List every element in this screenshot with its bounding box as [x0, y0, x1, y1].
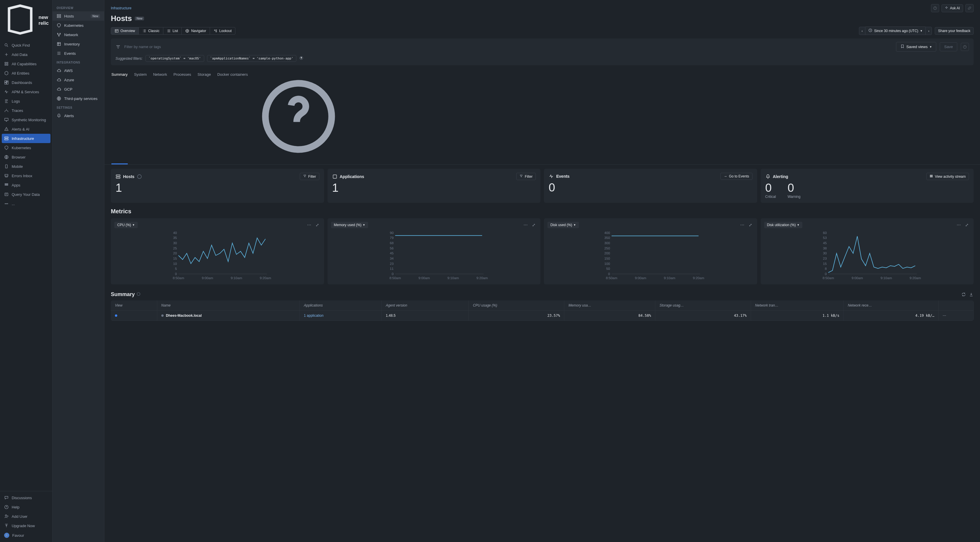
tabs-help-icon[interactable]	[255, 157, 343, 162]
chip-help-icon[interactable]: ?	[299, 56, 303, 61]
expand-icon[interactable]: ⤢	[747, 222, 754, 228]
svg-point-19	[7, 185, 8, 185]
chart-metric-select[interactable]: Memory used (%) ▼	[331, 222, 368, 228]
nav-item-add-user[interactable]: Add User	[0, 512, 52, 521]
filter-button[interactable]: Filter	[516, 173, 536, 180]
view-tab-classic[interactable]: Classic	[139, 27, 163, 34]
column-header[interactable]	[939, 300, 974, 311]
info-icon[interactable]	[137, 174, 142, 179]
column-header[interactable]: CPU usage (%)	[469, 300, 565, 311]
time-prev-button[interactable]: ‹	[859, 27, 865, 35]
subnav-item-hosts[interactable]: HostsNew	[52, 11, 104, 21]
column-header[interactable]: Network rece…	[843, 300, 939, 311]
nav-item-apm-services[interactable]: APM & Services	[0, 87, 52, 97]
column-header[interactable]: Applications	[299, 300, 382, 311]
filter-help-icon[interactable]	[961, 43, 969, 51]
chart-menu-icon[interactable]: ⋯	[956, 222, 962, 228]
filter-button[interactable]: Filter	[300, 173, 320, 180]
chart-menu-icon[interactable]: ⋯	[522, 222, 529, 228]
chart-menu-icon[interactable]: ⋯	[739, 222, 746, 228]
subnav-item-kubernetes[interactable]: Kubernetes	[52, 21, 104, 30]
nav-item-query-your-data[interactable]: Query Your Data	[0, 190, 52, 199]
view-tab-lookout[interactable]: Lookout	[210, 27, 235, 34]
tab-storage[interactable]: Storage	[197, 69, 211, 164]
brand-logo[interactable]: new relic	[0, 0, 52, 41]
nav-item-mobile[interactable]: Mobile	[0, 162, 52, 171]
nav-item-synthetic-monitoring[interactable]: Synthetic Monitoring	[0, 115, 52, 124]
filter-input[interactable]	[124, 44, 892, 49]
nav-item-logs[interactable]: Logs	[0, 97, 52, 106]
time-next-button[interactable]: ›	[926, 27, 932, 35]
subnav-item-events[interactable]: Events	[52, 49, 104, 58]
tab-system[interactable]: System	[134, 69, 147, 164]
info-icon[interactable]	[137, 292, 141, 298]
nav-item-all-capabilities[interactable]: All Capabilities	[0, 59, 52, 68]
save-button[interactable]: Save	[940, 42, 957, 51]
nav-item-all-entities[interactable]: All Entities	[0, 68, 52, 78]
download-icon[interactable]	[969, 292, 974, 297]
nav-item-infrastructure[interactable]: Infrastructure	[2, 134, 51, 143]
subnav-item-gcp[interactable]: GCP	[52, 84, 104, 94]
refresh-icon[interactable]	[961, 292, 966, 297]
expand-icon[interactable]: ⤢	[314, 222, 321, 228]
view-tab-label: Lookout	[220, 29, 232, 33]
help-icon[interactable]	[931, 4, 939, 12]
table-row[interactable]: Dhees-Macbook.local 1 application 1.48.5…	[111, 311, 974, 321]
column-header[interactable]: Agent version	[382, 300, 469, 311]
column-header[interactable]: Storage usag…	[655, 300, 751, 311]
nav-item-apps[interactable]: Apps	[0, 181, 52, 190]
nav-item-dashboards[interactable]: Dashboards	[0, 78, 52, 87]
nav-item-alerts-ai[interactable]: Alerts & AI	[0, 124, 52, 134]
column-header[interactable]: Name	[157, 300, 299, 311]
tab-summary[interactable]: Summary	[111, 69, 128, 164]
tab-processes[interactable]: Processes	[173, 69, 191, 164]
view-activity-button[interactable]: View activity stream	[926, 173, 969, 180]
breadcrumb[interactable]: Infrastructure	[111, 6, 132, 10]
nav-item-discussions[interactable]: Discussions	[0, 493, 52, 502]
column-header[interactable]: Network tran…	[751, 300, 843, 311]
time-picker[interactable]: Since 30 minutes ago (UTC) ▼	[865, 27, 926, 35]
nav-item-browser[interactable]: Browser	[0, 152, 52, 162]
nav-item-favour[interactable]: FFavour	[0, 530, 52, 540]
kpi-title: Events	[556, 174, 570, 179]
svg-rect-10	[5, 137, 8, 138]
svg-point-28	[57, 33, 58, 34]
filter-chip[interactable]: `apmApplicationNames` = 'sample-python-a…	[207, 55, 297, 62]
expand-icon[interactable]: ⤢	[964, 222, 970, 228]
subnav-item-inventory[interactable]: Inventory	[52, 40, 104, 49]
subnav-item-aws[interactable]: AWS	[52, 66, 104, 75]
tab-network[interactable]: Network	[153, 69, 167, 164]
column-header[interactable]: Memory usa…	[565, 300, 655, 311]
chart-metric-select[interactable]: CPU (%) ▼	[115, 222, 138, 228]
subnav-item-third-party-services[interactable]: Third-party services	[52, 94, 104, 103]
cloud-icon	[57, 78, 61, 82]
view-tab-navigator[interactable]: Navigator	[182, 27, 210, 34]
column-header[interactable]: View	[111, 300, 157, 311]
chart-menu-icon[interactable]: ⋯	[306, 222, 312, 228]
nav-item-errors-inbox[interactable]: Errors Inbox	[0, 171, 52, 181]
nav-item-traces[interactable]: Traces	[0, 106, 52, 115]
view-tab-list[interactable]: List	[163, 27, 182, 34]
go-to-events-button[interactable]: → Go to Events	[721, 173, 752, 180]
filter-chip[interactable]: `operatingSystem` = 'macOS'	[146, 55, 204, 62]
saved-views-button[interactable]: Saved views ▼	[896, 42, 936, 52]
subnav-item-network[interactable]: Network	[52, 30, 104, 40]
ask-ai-button[interactable]: Ask AI	[942, 5, 963, 12]
nav-item--[interactable]: ...	[0, 199, 52, 208]
view-tab-overview[interactable]: Overview	[111, 27, 139, 34]
tab-docker-containers[interactable]: Docker containers	[217, 69, 248, 164]
nav-item-kubernetes[interactable]: Kubernetes	[0, 143, 52, 152]
nav-item-upgrade-now[interactable]: Upgrade Now	[0, 521, 52, 530]
nav-item-quick-find[interactable]: Quick Find	[0, 41, 52, 50]
nav-item-help[interactable]: Help	[0, 502, 52, 512]
feedback-button[interactable]: Share your feedback	[935, 27, 974, 35]
link-icon[interactable]	[966, 4, 974, 12]
chart-metric-select[interactable]: Disk used (%) ▼	[547, 222, 579, 228]
nav-item-add-data[interactable]: Add Data	[0, 50, 52, 59]
expand-icon[interactable]: ⤢	[531, 222, 537, 228]
subnav-item-azure[interactable]: Azure	[52, 75, 104, 84]
subnav-item-alerts[interactable]: Alerts	[52, 111, 104, 120]
chart-metric-select[interactable]: Disk utilization (%) ▼	[764, 222, 803, 228]
applications-link[interactable]: 1 application	[304, 314, 323, 318]
row-menu-icon[interactable]: ⋯	[943, 314, 946, 318]
